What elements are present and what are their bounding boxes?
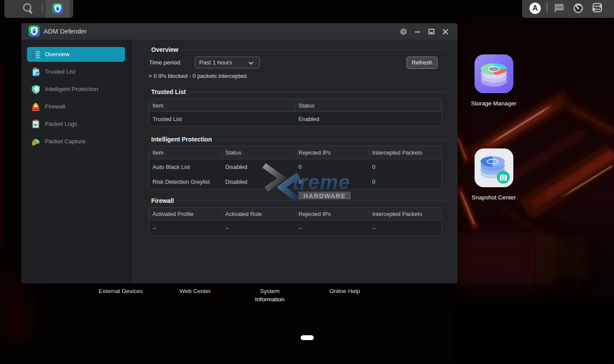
svg-text:?: ?	[402, 30, 405, 35]
